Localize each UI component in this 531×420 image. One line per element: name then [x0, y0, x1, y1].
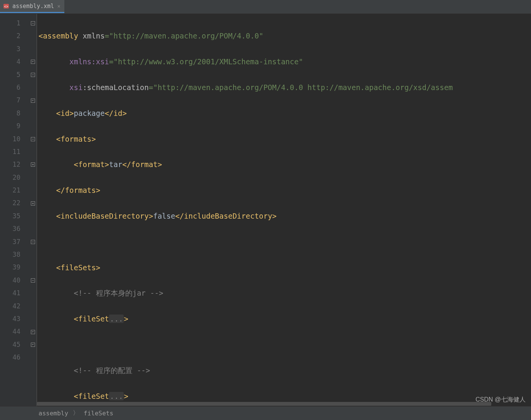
fold-toggle-icon[interactable]: − [31, 137, 35, 141]
chevron-right-icon: 〉 [73, 409, 79, 417]
fold-expand-icon[interactable]: + [31, 162, 35, 167]
code-line[interactable]: <fileSet...> [37, 390, 531, 403]
line-number: 42 [0, 300, 29, 313]
line-number: 41 [0, 287, 29, 300]
code-line[interactable] [37, 338, 531, 351]
tab-filename: assembly.xml [12, 3, 54, 10]
line-number: 10 [0, 133, 29, 146]
fold-toggle-icon[interactable]: − [31, 278, 35, 283]
editor: 1 2 3 4 5 6 7 8 9 10 11 12 20 21 22 35 3… [0, 14, 531, 406]
file-tab[interactable]: <> assembly.xml × [0, 0, 64, 13]
fold-toggle-icon[interactable]: − [31, 240, 35, 244]
fold-toggle-icon[interactable]: − [31, 21, 35, 25]
code-area[interactable]: <assembly xmlns="http://maven.apache.org… [37, 14, 531, 406]
breadcrumb-item[interactable]: assembly [39, 410, 68, 417]
xml-file-icon: <> [3, 3, 9, 9]
fold-expand-icon[interactable]: + [31, 201, 35, 206]
breadcrumb[interactable]: assembly 〉 fileSets [0, 406, 531, 420]
close-icon[interactable]: × [57, 3, 60, 9]
code-line[interactable]: xsi:schemaLocation="http://maven.apache.… [37, 81, 531, 94]
code-line[interactable]: <formats> [37, 133, 531, 146]
line-number: 9 [0, 120, 29, 132]
code-line[interactable] [37, 236, 531, 248]
code-line[interactable]: <fileSets> [37, 261, 531, 274]
fold-end-icon[interactable]: ⌐ [31, 60, 35, 64]
line-number: 45 [0, 338, 29, 351]
line-number: 43 [0, 313, 29, 325]
fold-end-icon[interactable]: ⌐ [31, 330, 35, 334]
watermark: CSDN @七海健人 [476, 396, 526, 404]
line-number: 4 [0, 55, 29, 68]
svg-text:<>: <> [4, 5, 8, 8]
code-line[interactable]: <fileSet...> [37, 313, 531, 325]
code-line[interactable]: <format>tar</format> [37, 158, 531, 171]
folded-region[interactable]: ... [109, 315, 124, 323]
line-number: 12 [0, 158, 29, 171]
code-line[interactable]: <assembly xmlns="http://maven.apache.org… [37, 30, 531, 42]
line-number: 39 [0, 261, 29, 274]
fold-end-icon[interactable]: ⌐ [31, 343, 35, 347]
code-line[interactable]: <!-- 程序的配置 --> [37, 364, 531, 377]
line-number: 5 [0, 69, 29, 81]
line-number: 11 [0, 146, 29, 158]
breadcrumb-item[interactable]: fileSets [84, 410, 113, 417]
line-number: 38 [0, 248, 29, 261]
line-number: 2 [0, 30, 29, 42]
code-line[interactable]: xmlns:xsi="http://www.w3.org/2001/XMLSch… [37, 55, 531, 68]
line-number: 7 [0, 94, 29, 107]
fold-toggle-icon[interactable]: − [31, 73, 35, 77]
line-number: 8 [0, 107, 29, 120]
code-line[interactable]: </formats> [37, 184, 531, 197]
fold-end-icon[interactable]: ⌐ [31, 99, 35, 103]
line-number: 22 [0, 197, 29, 209]
line-number: 44 [0, 325, 29, 338]
code-line[interactable]: <!-- 程序本身的jar --> [37, 287, 531, 300]
fold-gutter[interactable]: − ⌐ − ⌐ − + + − − ⌐ ⌐ [29, 14, 37, 406]
line-number: 20 [0, 171, 29, 184]
horizontal-scrollbar[interactable] [37, 402, 531, 406]
line-number: 46 [0, 351, 29, 364]
line-number: 35 [0, 210, 29, 223]
folded-region[interactable]: ... [109, 392, 124, 400]
line-number-gutter[interactable]: 1 2 3 4 5 6 7 8 9 10 11 12 20 21 22 35 3… [0, 14, 29, 406]
line-number: 40 [0, 274, 29, 287]
line-number: 21 [0, 184, 29, 197]
code-line[interactable]: <id>package</id> [37, 107, 531, 120]
code-line[interactable]: <includeBaseDirectory>false</includeBase… [37, 210, 531, 223]
line-number: 1 [0, 17, 29, 30]
line-number: 36 [0, 223, 29, 235]
tab-bar: <> assembly.xml × [0, 0, 531, 14]
line-number: 37 [0, 236, 29, 248]
line-number: 6 [0, 81, 29, 94]
line-number: 3 [0, 43, 29, 55]
